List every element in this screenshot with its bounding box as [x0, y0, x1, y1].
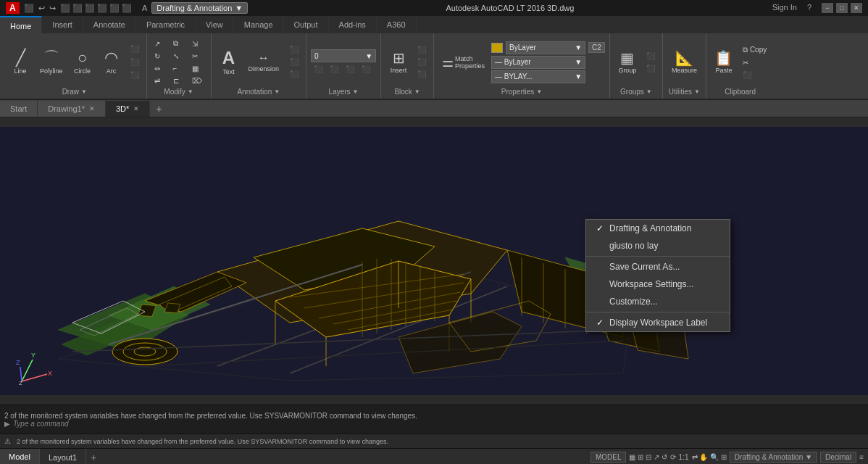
menu-item-workspace-settings[interactable]: Workspace Settings... [586, 276, 730, 293]
arc-btn[interactable]: ◠ Arc [99, 48, 125, 77]
modify-btn-5[interactable]: ⤡ [170, 51, 188, 62]
copy-btn[interactable]: ⧉ Copy [740, 44, 769, 56]
qat-icon[interactable]: ⬛ [24, 4, 34, 13]
block-extra-3[interactable]: ⬛ [414, 69, 429, 80]
sign-in-btn[interactable]: Sign In [772, 3, 797, 13]
modify-btn-6[interactable]: ✂ [189, 51, 206, 62]
polyline-btn[interactable]: ⌒ Polyline [36, 48, 67, 77]
match-properties-btn[interactable]: ⚌ MatchProperties [438, 52, 488, 72]
layout-tab-model[interactable]: Model [0, 449, 40, 464]
tab-output[interactable]: Output [284, 16, 329, 33]
block-group-label[interactable]: Block ▼ [385, 88, 429, 97]
menu-item-display-label[interactable]: ✓ Display Workspace Label [586, 314, 730, 331]
close-btn[interactable]: ✕ [851, 3, 862, 13]
nav-icons[interactable]: ⇄ ✋ 🔍 ⊞ [692, 453, 727, 461]
tab-add-btn[interactable]: + [150, 101, 167, 117]
menu-item-drafting[interactable]: ✓ Drafting & Annotation [586, 220, 730, 237]
layer-btn-3[interactable]: ⬛ [343, 64, 357, 75]
customization-btn[interactable]: ≡ [859, 453, 864, 461]
tab-3d-close[interactable]: ✕ [133, 105, 139, 112]
properties-group-label[interactable]: Properties ▼ [438, 88, 605, 97]
modify-label-text: Modify [164, 88, 185, 96]
ribbon-content: ╱ Line ⌒ Polyline ○ Circle ◠ Arc ⬛ ⬛ [0, 33, 868, 99]
tab-view[interactable]: View [196, 16, 234, 33]
tab-drawing1[interactable]: Drawing1* ✕ [38, 101, 106, 117]
text-btn[interactable]: A Text [216, 47, 242, 78]
group-extra-1[interactable]: ⬛ [643, 51, 658, 62]
tab-addins[interactable]: Add-ins [329, 16, 377, 33]
layout-tab-layout1[interactable]: Layout1 [40, 449, 86, 464]
group-extra-2[interactable]: ⬛ [643, 63, 658, 74]
modify-btn-1[interactable]: ↗ [151, 38, 169, 49]
ann-extra-2[interactable]: ⬛ [287, 57, 301, 67]
layer-btn-1[interactable]: ⬛ [311, 64, 325, 75]
modify-btn-8[interactable]: ⌐ [170, 63, 188, 74]
tab-home[interactable]: Home [0, 16, 42, 33]
help-btn[interactable]: ? [807, 3, 811, 13]
modify-btn-2[interactable]: ⧉ [170, 38, 188, 49]
groups-group-label[interactable]: Groups ▼ [614, 88, 658, 97]
modify-btn-10[interactable]: ⇌ [151, 75, 169, 86]
annotation-group-label[interactable]: Annotation ▼ [216, 88, 302, 97]
clipboard-group-label[interactable]: Clipboard [711, 88, 769, 97]
block-extra-2[interactable]: ⬛ [414, 57, 429, 67]
block-extra-1[interactable]: ⬛ [414, 44, 429, 55]
layers-group-label[interactable]: Layers ▼ [311, 88, 376, 97]
snap-grid-icons[interactable]: ▦ ⊞ ⊟ ↗ ↺ [629, 453, 667, 461]
modify-btn-9[interactable]: ▦ [189, 63, 206, 74]
tab-start[interactable]: Start [0, 101, 38, 117]
utilities-group-label[interactable]: Utilities ▼ [667, 88, 701, 97]
modify-group-label[interactable]: Modify ▼ [151, 88, 206, 97]
layer-btn-2[interactable]: ⬛ [327, 64, 341, 75]
modify-btn-7[interactable]: ⇔ [151, 63, 169, 74]
command-placeholder[interactable]: Type a command [13, 420, 69, 428]
tab-manage[interactable]: Manage [234, 16, 284, 33]
line-btn[interactable]: ╱ Line [7, 48, 33, 77]
circle-btn[interactable]: ○ Circle [70, 48, 96, 77]
tab-parametric[interactable]: Parametric [136, 16, 196, 33]
color-dropdown[interactable]: ByLayer ▼ [506, 41, 585, 54]
tab-annotate[interactable]: Annotate [83, 16, 136, 33]
menu-item-giusto[interactable]: giusto no lay [586, 237, 730, 254]
ann-extra-1[interactable]: ⬛ [287, 44, 301, 55]
layout-tab-add[interactable]: + [86, 452, 101, 463]
draw-extra-2[interactable]: ⬛ [128, 57, 142, 67]
restore-btn[interactable]: □ [836, 3, 848, 13]
menu-customize-label: Customize... [609, 297, 658, 307]
linetype-dropdown[interactable]: — ByLayer ▼ [491, 56, 585, 69]
tab-a360[interactable]: A360 [377, 16, 417, 33]
dimension-btn[interactable]: ↔ Dimension [245, 50, 283, 75]
measure-btn[interactable]: 📐 Measure [668, 49, 701, 76]
workspace-status[interactable]: Drafting & Annotation ▼ [730, 452, 817, 463]
group-btn[interactable]: ▦ Group [614, 49, 640, 76]
paste-btn[interactable]: 📋 Paste [711, 49, 737, 76]
cut-btn[interactable]: ✂ [740, 57, 769, 68]
insert-btn[interactable]: ⊞ Insert [385, 49, 412, 76]
tab-insert[interactable]: Insert [42, 16, 83, 33]
qat-undo[interactable]: ↩ [38, 4, 45, 13]
minimize-btn[interactable]: − [822, 3, 833, 13]
linetype-row: — ByLayer ▼ [491, 56, 605, 69]
decimal-status[interactable]: Decimal [820, 452, 856, 463]
workspace-dropdown[interactable]: Drafting & Annotation ▼ [151, 2, 248, 14]
modify-btn-12[interactable]: ⌦ [189, 75, 206, 86]
tab-3d[interactable]: 3D* ✕ [106, 101, 150, 117]
draw-group-label[interactable]: Draw ▼ [7, 88, 142, 97]
layer-btn-4[interactable]: ⬛ [359, 64, 373, 75]
qat-redo[interactable]: ↪ [49, 4, 56, 13]
draw-extra-3[interactable]: ⬛ [128, 70, 142, 80]
draw-extra-1[interactable]: ⬛ [128, 44, 142, 54]
menu-item-save-current[interactable]: Save Current As... [586, 258, 730, 276]
menu-item-customize[interactable]: Customize... [586, 293, 730, 310]
ann-extra-3[interactable]: ⬛ [287, 69, 301, 80]
tab-drawing1-close[interactable]: ✕ [89, 105, 95, 112]
lineweight-dropdown[interactable]: — BYLAY... ▼ [491, 70, 585, 83]
modify-btn-11[interactable]: ⊏ [170, 75, 188, 86]
modify-btn-3[interactable]: ⇲ [189, 38, 206, 49]
modify-btn-4[interactable]: ↻ [151, 51, 169, 62]
paste-special-btn[interactable]: ⬛ [740, 70, 769, 80]
qat-icons[interactable]: ⬛ ⬛ ⬛ ⬛ ⬛ ⬛ [60, 4, 132, 13]
layer-dropdown[interactable]: 0 ▼ [311, 49, 376, 62]
orbit-icon[interactable]: ⟳ [670, 453, 676, 461]
menu-save-label: Save Current As... [609, 262, 680, 272]
